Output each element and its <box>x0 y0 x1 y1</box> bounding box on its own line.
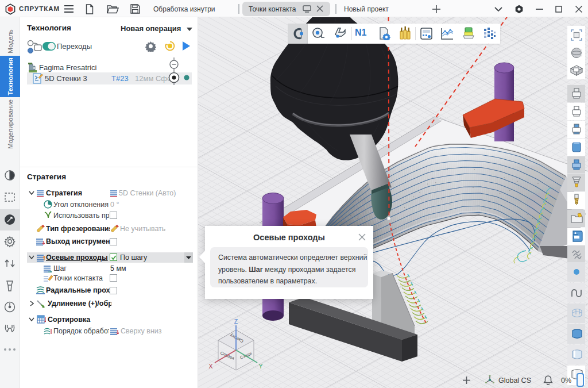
svg-text:X: X <box>208 363 212 370</box>
svg-text:Z: Z <box>234 318 238 325</box>
svg-text:Технология: Технология <box>7 57 14 95</box>
svg-text:Y: Y <box>258 363 262 370</box>
svg-text:Модель: Модель <box>7 29 14 53</box>
svg-text:Моделирование: Моделирование <box>7 99 14 149</box>
